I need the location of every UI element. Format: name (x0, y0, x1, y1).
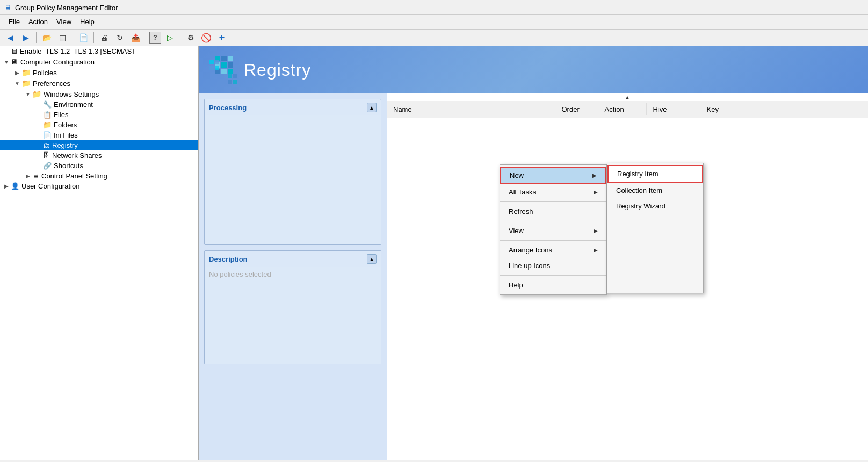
ctx-lineup-icons[interactable]: Line up Icons (500, 258, 606, 273)
tree-item-control-panel[interactable]: ▶ 🖥 Control Panel Setting (0, 171, 198, 181)
tree-item-ini-files[interactable]: 📄 Ini Files (0, 130, 198, 140)
run-button[interactable]: ▷ (163, 31, 177, 44)
submenu-registry-wizard[interactable]: Registry Wizard (607, 198, 703, 214)
description-body: No policies selected (205, 267, 381, 364)
description-card: Description ▲ No policies selected (204, 250, 381, 364)
toolbar: ◀ ▶ 📂 ▦ 📄 🖨 ↻ 📤 ? ▷ ⚙ 🚫 + (0, 30, 868, 46)
stop-button[interactable]: 🚫 (199, 31, 213, 44)
network-icon: 🗄 (43, 151, 50, 160)
toolbar-sep-3 (93, 32, 94, 43)
ctx-help[interactable]: Help (500, 277, 606, 293)
preferences-expand[interactable]: ▼ (13, 81, 21, 86)
control-panel-expand[interactable]: ▶ (24, 173, 32, 179)
ctx-sep-2 (500, 221, 606, 221)
submenu-collection-item[interactable]: Collection Item (607, 183, 703, 198)
shortcuts-label: Shortcuts (54, 162, 83, 170)
menu-file[interactable]: File (4, 16, 24, 27)
tree-root[interactable]: 🖥 Enable_TLS 1.2_TLS 1.3 [SECMAST (0, 46, 198, 56)
ctx-refresh[interactable]: Refresh (500, 204, 606, 219)
ctx-new[interactable]: New ▶ (500, 167, 606, 184)
toolbar-sep-4 (146, 32, 146, 43)
ctx-view[interactable]: View ▶ (500, 223, 606, 239)
back-button[interactable]: ◀ (3, 31, 17, 44)
menu-bar: File Action View Help (0, 15, 868, 30)
add-button[interactable]: + (215, 31, 229, 44)
content-pane: Registry Processing ▲ Description (199, 46, 868, 460)
sort-arrow: ▲ (625, 95, 630, 100)
ctx-all-tasks-label: All Tasks (509, 188, 536, 196)
col-action[interactable]: Action (598, 103, 647, 116)
ctx-lineup-label: Line up Icons (509, 262, 550, 270)
root-icon: 🖥 (11, 47, 18, 55)
export-button[interactable]: 📤 (128, 31, 142, 44)
tree-item-preferences[interactable]: ▼ 📁 Preferences (0, 78, 198, 89)
menu-view[interactable]: View (52, 16, 76, 27)
computer-config-label: Computer Configuration (20, 58, 95, 66)
help-toolbar-button[interactable]: ? (149, 32, 161, 44)
description-collapse-button[interactable]: ▲ (367, 254, 377, 264)
tree-item-folders[interactable]: 📁 Folders (0, 120, 198, 130)
ctx-sep-3 (500, 240, 606, 241)
tree-item-computer-config[interactable]: ▼ 🖥 Computer Configuration (0, 56, 198, 67)
processing-body (205, 116, 381, 244)
user-config-expand[interactable]: ▶ (2, 183, 11, 189)
windows-settings-expand[interactable]: ▼ (24, 91, 32, 97)
tree-item-environment[interactable]: 🔧 Environment (0, 99, 198, 110)
menu-help[interactable]: Help (76, 16, 99, 27)
processing-collapse-button[interactable]: ▲ (367, 103, 377, 112)
files-label: Files (54, 111, 68, 119)
registry-label: Registry (52, 141, 78, 149)
ctx-arrange-icons[interactable]: Arrange Icons ▶ (500, 242, 606, 258)
left-panel: Processing ▲ Description ▲ No policies s… (199, 93, 387, 460)
ctx-all-tasks-arrow: ▶ (594, 189, 598, 195)
registry-header-icon (209, 56, 237, 84)
tree-item-network-shares[interactable]: 🗄 Network Shares (0, 150, 198, 161)
registry-header-title: Registry (244, 60, 311, 80)
submenu-wizard-label: Registry Wizard (616, 202, 666, 210)
col-hive[interactable]: Hive (647, 103, 700, 116)
menu-action[interactable]: Action (24, 16, 52, 27)
toolbar-sep-1 (36, 32, 37, 43)
root-label: Enable_TLS 1.2_TLS 1.3 [SECMAST (20, 47, 136, 55)
col-key[interactable]: Key (700, 103, 869, 116)
col-order[interactable]: Order (555, 103, 598, 116)
view-button[interactable]: ▦ (55, 31, 69, 44)
ctx-refresh-label: Refresh (509, 207, 533, 215)
ctx-new-label: New (510, 171, 524, 179)
policies-expand[interactable]: ▶ (13, 70, 21, 76)
computer-config-icon: 🖥 (11, 57, 18, 66)
app-icon: 🖥 (4, 3, 12, 12)
registry-tree-icon: 🗂 (43, 141, 50, 149)
refresh-toolbar-button[interactable]: ↻ (113, 31, 127, 44)
tree-pane: 🖥 Enable_TLS 1.2_TLS 1.3 [SECMAST ▼ 🖥 Co… (0, 46, 199, 460)
submenu-registry-item[interactable]: Registry Item (607, 165, 703, 183)
col-name[interactable]: Name (387, 103, 555, 116)
tree-item-user-config[interactable]: ▶ 👤 User Configuration (0, 181, 198, 191)
copy-button[interactable]: 📄 (76, 31, 90, 44)
submenu-collection-label: Collection Item (616, 186, 662, 194)
forward-button[interactable]: ▶ (19, 31, 33, 44)
tree-item-windows-settings[interactable]: ▼ 📁 Windows Settings (0, 89, 198, 99)
tree-item-policies[interactable]: ▶ 📁 Policies (0, 67, 198, 78)
tree-item-shortcuts[interactable]: 🔗 Shortcuts (0, 161, 198, 171)
environment-label: Environment (54, 100, 93, 109)
app-title: Group Policy Management Editor (15, 4, 118, 12)
ini-icon: 📄 (43, 131, 52, 139)
print-button[interactable]: 🖨 (97, 31, 111, 44)
open-folder-button[interactable]: 📂 (40, 31, 54, 44)
ctx-help-label: Help (509, 281, 523, 289)
settings-button[interactable]: ⚙ (184, 31, 198, 44)
policies-label: Policies (33, 69, 57, 77)
network-shares-label: Network Shares (52, 151, 102, 160)
control-panel-icon: 🖥 (32, 172, 39, 180)
tree-item-files[interactable]: 📋 Files (0, 110, 198, 120)
tree-item-registry[interactable]: 🗂 Registry (0, 140, 198, 150)
shortcuts-icon: 🔗 (43, 162, 52, 170)
computer-config-expand[interactable]: ▼ (2, 59, 11, 65)
ctx-all-tasks[interactable]: All Tasks ▶ (500, 184, 606, 200)
toolbar-sep-2 (73, 32, 73, 43)
context-menu-container: New ▶ All Tasks ▶ Refresh View ▶ (500, 164, 704, 295)
processing-card: Processing ▲ (204, 99, 381, 245)
folders-label: Folders (54, 121, 77, 129)
folders-icon: 📁 (43, 121, 52, 129)
